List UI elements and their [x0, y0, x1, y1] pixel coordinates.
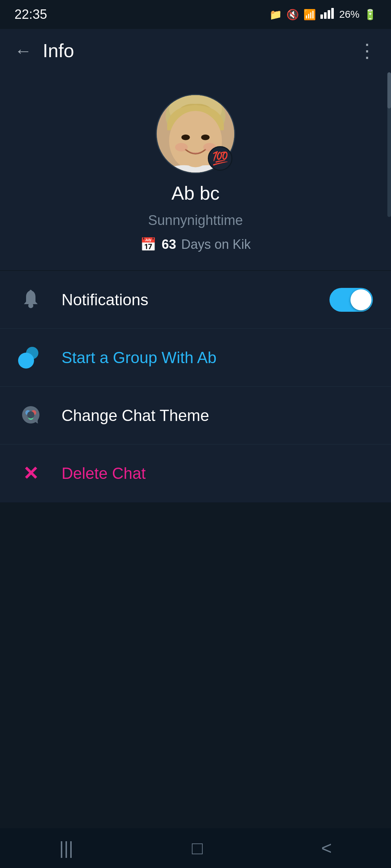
profile-username: Sunnynighttime [148, 213, 243, 228]
folder-icon: 📁 [269, 9, 282, 21]
bell-icon [18, 289, 43, 311]
calendar-icon: 📅 [140, 237, 156, 252]
days-label: Days on Kik [181, 237, 251, 252]
notifications-toggle[interactable] [329, 288, 373, 312]
emoji-badge: 💯 [208, 146, 232, 171]
start-group-label: Start a Group With Ab [62, 349, 373, 367]
more-options-button[interactable]: ⋮ [358, 40, 377, 61]
svg-rect-3 [331, 8, 334, 19]
status-icons: 📁 🔇 📶 26% 🔋 [269, 8, 377, 21]
notifications-label: Notifications [62, 291, 311, 309]
profile-name: Ab bc [172, 182, 220, 204]
svg-rect-1 [324, 12, 327, 19]
signal-icon [320, 8, 335, 21]
svg-point-10 [175, 143, 188, 151]
battery-icon: 🔋 [364, 9, 377, 21]
status-bar: 22:35 📁 🔇 📶 26% 🔋 [0, 0, 391, 29]
svg-point-18 [27, 411, 34, 418]
svg-point-13 [28, 303, 33, 308]
toggle-knob [350, 289, 371, 310]
svg-rect-2 [328, 10, 330, 19]
delete-icon: ✕ [18, 463, 43, 484]
page-title: Info [43, 40, 74, 61]
back-button-nav[interactable]: < [314, 830, 339, 866]
bottom-nav: ||| □ < [0, 828, 391, 868]
recents-button[interactable]: ||| [52, 830, 81, 866]
change-theme-label: Change Chat Theme [62, 407, 373, 425]
back-button[interactable]: ← [14, 41, 32, 61]
delete-chat-menu-item[interactable]: ✕ Delete Chat [0, 444, 391, 502]
menu-section: Notifications Start a Group With Ab [0, 271, 391, 502]
app-bar-left: ← Info [14, 40, 74, 61]
palette-icon [18, 405, 43, 426]
svg-point-9 [201, 135, 210, 140]
scrollbar[interactable] [387, 72, 391, 217]
group-icon [18, 347, 43, 369]
svg-point-8 [181, 135, 190, 140]
profile-days: 📅 63 Days on Kik [140, 237, 251, 252]
svg-rect-0 [320, 14, 323, 19]
delete-chat-label: Delete Chat [62, 464, 373, 482]
home-button[interactable]: □ [185, 830, 210, 866]
notifications-menu-item[interactable]: Notifications [0, 271, 391, 329]
start-group-menu-item[interactable]: Start a Group With Ab [0, 329, 391, 387]
mute-icon: 🔇 [286, 9, 299, 21]
change-theme-menu-item[interactable]: Change Chat Theme [0, 387, 391, 444]
battery-text: 26% [339, 9, 360, 20]
status-time: 22:35 [14, 7, 47, 22]
scrollbar-thumb [387, 72, 391, 109]
days-count: 63 [161, 237, 176, 252]
wifi-icon: 📶 [303, 9, 316, 21]
dot-big [18, 353, 34, 369]
app-bar: ← Info ⋮ [0, 29, 391, 72]
avatar-container: 💯 [156, 94, 235, 174]
profile-section: 💯 Ab bc Sunnynighttime 📅 63 Days on Kik [0, 72, 391, 270]
